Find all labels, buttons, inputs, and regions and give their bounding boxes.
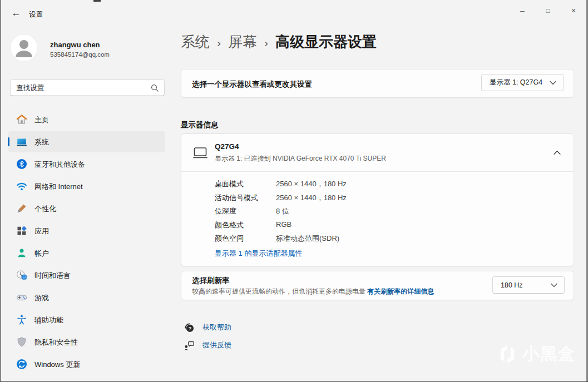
user-email: 535845174@qq.com — [50, 51, 110, 58]
detail-label: 颜色格式 — [215, 220, 244, 230]
refresh-rate-description: 较高的速率可提供更流畅的动作，但也消耗更多的电源电量 有关刷新率的详细信息 — [192, 287, 434, 296]
refresh-rate-info-link[interactable]: 有关刷新率的详细信息 — [367, 287, 434, 295]
chevron-up-icon — [554, 150, 561, 155]
personalization-brush-icon — [16, 203, 27, 214]
get-help-link[interactable]: ? 获取帮助 — [184, 322, 231, 333]
detail-value: 2560 × 1440，180 Hz — [276, 193, 347, 203]
display-selector-label: 选择一个显示器以查看或更改其设置 — [192, 80, 312, 90]
detail-value: RGB — [276, 220, 291, 229]
card-divider — [181, 171, 574, 172]
help-icon: ? — [184, 322, 195, 333]
sidebar-item-accessibility[interactable]: 辅助功能 — [8, 309, 165, 330]
gaming-gamepad-icon — [16, 292, 27, 303]
get-help-label: 获取帮助 — [202, 323, 231, 333]
display-selector-value: 显示器 1: Q27G4 — [490, 78, 542, 87]
window-edge-artifact — [93, 0, 101, 2]
give-feedback-link[interactable]: 提供反馈 — [184, 340, 231, 351]
heybox-watermark: 小黑盒 — [497, 343, 576, 365]
avatar[interactable] — [11, 34, 37, 61]
breadcrumb: 系统 › 屏幕 › 高级显示器设置 — [181, 32, 377, 52]
apps-icon — [16, 225, 27, 236]
sidebar-item-gaming[interactable]: 游戏 — [8, 287, 165, 308]
collapse-expander-button[interactable] — [548, 144, 566, 161]
watermark-text: 小黑盒 — [522, 343, 576, 365]
detail-value: 标准动态范围(SDR) — [276, 234, 339, 244]
sidebar-item-label: 应用 — [34, 226, 49, 236]
feedback-icon — [184, 340, 195, 351]
refresh-rate-title: 选择刷新率 — [192, 276, 230, 286]
person-icon — [11, 35, 37, 61]
time-language-icon — [16, 270, 27, 281]
accessibility-icon — [16, 314, 27, 325]
breadcrumb-system[interactable]: 系统 — [181, 32, 210, 52]
breadcrumb-separator-icon: › — [264, 35, 268, 49]
sidebar-item-label: 系统 — [34, 137, 49, 147]
sidebar-item-label: 隐私和安全性 — [34, 338, 78, 348]
sidebar-item-label: 游戏 — [34, 293, 49, 303]
monitor-icon — [193, 146, 207, 160]
sidebar-item-label: 蓝牙和其他设备 — [34, 160, 85, 170]
heybox-logo-icon — [497, 344, 518, 365]
maximize-button[interactable]: □ — [535, 0, 561, 21]
sidebar-item-label: 主页 — [34, 115, 49, 125]
network-wifi-icon — [16, 181, 27, 192]
minimize-button[interactable]: – — [510, 0, 535, 21]
sidebar-item-windows-update[interactable]: Windows 更新 — [8, 354, 165, 375]
detail-label: 活动信号模式 — [215, 193, 258, 203]
detail-label: 位深度 — [215, 206, 236, 216]
refresh-rate-description-text: 较高的速率可提供更流畅的动作，但也消耗更多的电源电量 — [192, 287, 365, 295]
sidebar-item-personalization[interactable]: 个性化 — [8, 198, 165, 219]
close-icon: × — [571, 6, 576, 15]
home-icon — [16, 114, 27, 125]
page-title: 高级显示器设置 — [275, 32, 377, 52]
selected-accent-bar — [8, 137, 9, 146]
detail-value: 8 位 — [276, 206, 289, 216]
system-icon — [16, 136, 27, 147]
display-info-section-title: 显示器信息 — [181, 120, 219, 130]
detail-value: 2560 × 1440，180 Hz — [276, 179, 347, 189]
back-button[interactable]: ← — [7, 6, 26, 21]
sidebar-item-label: 时间和语言 — [34, 271, 71, 281]
minimize-icon: – — [520, 6, 525, 15]
sidebar-item-apps[interactable]: 应用 — [8, 220, 165, 241]
breadcrumb-display[interactable]: 屏幕 — [228, 32, 257, 52]
detail-label: 桌面模式 — [215, 179, 244, 189]
privacy-shield-icon — [16, 336, 27, 348]
window-controls: – □ × — [510, 0, 586, 22]
display-info-card: Q27G4 显示器 1: 已连接到 NVIDIA GeForce RTX 407… — [181, 133, 574, 266]
sidebar-item-accounts[interactable]: 帐户 — [8, 242, 165, 264]
user-name: zhangwu chen — [50, 41, 100, 49]
search-input[interactable] — [16, 84, 151, 92]
sidebar-item-label: Windows 更新 — [34, 360, 80, 370]
chevron-down-icon — [551, 283, 557, 287]
sidebar-item-label: 辅助功能 — [34, 315, 63, 325]
search-icon — [151, 84, 159, 92]
windows-update-icon — [16, 359, 27, 370]
refresh-rate-value: 180 Hz — [501, 281, 523, 289]
bluetooth-icon — [16, 158, 27, 170]
sidebar-item-network[interactable]: 网络和 Internet — [8, 176, 165, 197]
monitor-name: Q27G4 — [215, 142, 239, 151]
sidebar-item-privacy[interactable]: 隐私和安全性 — [8, 331, 165, 353]
give-feedback-label: 提供反馈 — [202, 340, 231, 350]
back-arrow-icon: ← — [12, 8, 21, 19]
display-selector-dropdown[interactable]: 显示器 1: Q27G4 — [481, 74, 564, 91]
display-adapter-properties-link[interactable]: 显示器 1 的显示适配器属性 — [215, 249, 302, 259]
sidebar-item-label: 网络和 Internet — [34, 182, 83, 192]
maximize-icon: □ — [546, 7, 550, 14]
refresh-rate-dropdown[interactable]: 180 Hz — [492, 276, 565, 294]
window-left-edge — [0, 0, 1, 382]
close-button[interactable]: × — [561, 0, 586, 21]
sidebar-item-bluetooth[interactable]: 蓝牙和其他设备 — [8, 153, 165, 175]
settings-search[interactable] — [10, 80, 165, 96]
svg-text:?: ? — [188, 325, 191, 331]
monitor-connection-status: 显示器 1: 已连接到 NVIDIA GeForce RTX 4070 Ti S… — [215, 154, 386, 163]
accounts-person-icon — [16, 247, 27, 259]
sidebar-item-home[interactable]: 主页 — [8, 109, 165, 130]
sidebar-item-time-language[interactable]: 时间和语言 — [8, 265, 165, 286]
sidebar-item-system[interactable]: 系统 — [8, 131, 165, 152]
app-title: 设置 — [29, 10, 43, 19]
breadcrumb-separator-icon: › — [217, 35, 221, 49]
chevron-down-icon — [550, 81, 556, 85]
detail-label: 颜色空间 — [215, 234, 244, 244]
